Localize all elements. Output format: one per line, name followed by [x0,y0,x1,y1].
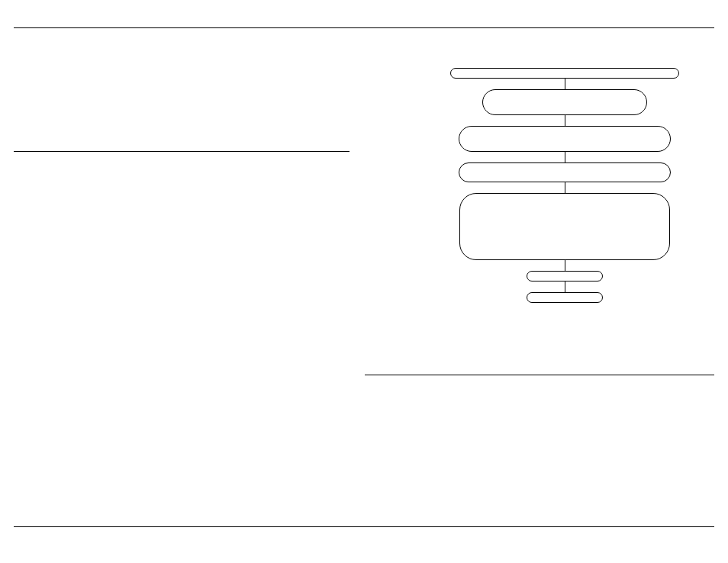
flow-node [482,89,647,115]
horizontal-rule [14,151,350,152]
flow-diagram [450,68,679,303]
horizontal-rule [365,375,714,375]
flow-connector [565,152,565,162]
flow-connector [565,115,565,126]
flow-connector [565,260,565,271]
flow-connector [565,79,565,89]
flow-node [459,193,670,260]
flow-node [450,68,679,79]
flow-node [527,271,603,282]
horizontal-rule [14,27,714,28]
flow-connector [565,182,565,193]
flow-connector [565,282,565,292]
flow-node [527,292,603,303]
flow-node [459,162,671,182]
flow-node [459,126,671,152]
horizontal-rule [14,526,714,527]
